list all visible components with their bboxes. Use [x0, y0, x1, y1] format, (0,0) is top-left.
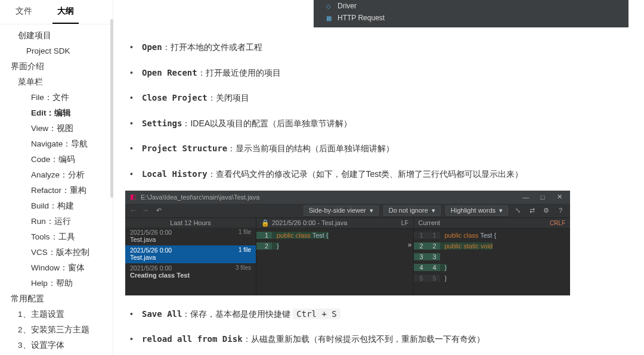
chevron-down-icon: ▾	[432, 207, 435, 214]
banner-item-http[interactable]: ▦ HTTP Request	[317, 12, 628, 24]
nav-item[interactable]: File：文件	[0, 90, 113, 105]
ide-history-screenshot: ◧ E:\Java\Idea_test\src\main\java\Test.j…	[125, 191, 570, 295]
nav-item[interactable]: 1、主题设置	[0, 307, 113, 322]
bullet-item: Local History：查看代码文件的修改记录（如下，创建了Test类、新增…	[130, 161, 631, 187]
nav-item[interactable]: Analyze：分析	[0, 167, 113, 183]
nav-item[interactable]: 3、设置字体	[0, 338, 113, 353]
bullet-item: reload all from Disk：从磁盘重新加载（有时候提示包找不到，重…	[130, 326, 631, 352]
highlight-select[interactable]: Highlight words▾	[445, 205, 508, 216]
http-icon: ▦	[324, 14, 333, 21]
diff-transfer-icon[interactable]: »	[408, 241, 412, 249]
gear-icon[interactable]: ⚙	[541, 205, 551, 215]
nav-item[interactable]: 常用配置	[0, 291, 113, 307]
bullet-item: Invalidate Caches：清理缓存（IDEA运行过久/项目开的太多，会…	[130, 352, 631, 355]
bullet-item: Open Recent：打开最近使用的项目	[130, 60, 631, 86]
left-header-label: 2021/5/26 0:00 - Test.java	[272, 219, 347, 226]
history-item[interactable]: 2021/5/26 0:00Test.java1 file	[125, 228, 256, 245]
diff-right-pane: Current CRLF 11public class Test {22 pub…	[414, 218, 571, 295]
maximize-icon[interactable]: □	[537, 194, 549, 201]
nav-item[interactable]: Navigate：导航	[0, 136, 113, 152]
history-header: Last 12 Hours	[125, 218, 256, 228]
code-line: 22 public static void	[414, 241, 571, 251]
nav-item[interactable]: 创建项目	[0, 28, 113, 43]
collapse-icon[interactable]: ⤡	[513, 205, 522, 215]
nav-item[interactable]: Code：编码	[0, 152, 113, 167]
app-icon: ◧	[130, 193, 136, 201]
right-header-label: Current	[419, 219, 441, 226]
sync-icon[interactable]: ⇄	[527, 205, 537, 215]
eol-indicator: LF	[401, 220, 408, 226]
banner-label: HTTP Request	[338, 14, 385, 22]
bullet-item: Settings：IDEA以及项目的配置（后面单独章节讲解）	[130, 111, 631, 136]
nav-item[interactable]: View：视图	[0, 121, 113, 136]
bullet-item: Close Project：关闭项目	[130, 85, 631, 111]
nav-item[interactable]: Project SDK	[0, 43, 113, 59]
help-icon[interactable]: ?	[556, 205, 565, 215]
lock-icon: 🔒	[261, 219, 270, 227]
nav-item[interactable]: Build：构建	[0, 198, 113, 214]
view-mode-select[interactable]: Side-by-side viewer▾	[304, 205, 379, 216]
nav-item[interactable]: Refactor：重构	[0, 183, 113, 198]
file-path: E:\Java\Idea_test\src\main\java\Test.jav…	[141, 194, 515, 201]
banner-label: Driver	[338, 2, 357, 10]
tab-file[interactable]: 文件	[11, 2, 37, 24]
code-line: 1public class Test {	[256, 230, 413, 241]
code-line: 2}	[256, 241, 413, 251]
nav-item[interactable]: Run：运行	[0, 214, 113, 229]
code-line: 33	[414, 251, 571, 262]
code-line: 44 }	[414, 262, 571, 273]
minimize-icon[interactable]: —	[520, 194, 532, 201]
nav-forward-icon[interactable]: →	[142, 206, 149, 214]
history-panel: Last 12 Hours 2021/5/26 0:00Test.java1 f…	[125, 218, 256, 295]
history-item[interactable]: 2021/5/26 0:00Creating class Test3 files	[125, 263, 256, 281]
nav-item[interactable]: 2、安装第三方主题	[0, 322, 113, 338]
bullet-item: Project Structure：显示当前项目的结构（后面单独详细讲解）	[130, 136, 631, 161]
close-icon[interactable]: ✕	[553, 193, 565, 201]
nav-item[interactable]: 菜单栏	[0, 74, 113, 90]
ignore-select[interactable]: Do not ignore▾	[383, 205, 441, 216]
sidebar: 文件 大纲 创建项目Project SDK界面介绍菜单栏File：文件Edit：…	[0, 0, 113, 355]
bullet-list-1: Open：打开本地的文件或者工程Open Recent：打开最近使用的项目Clo…	[130, 35, 631, 187]
history-item[interactable]: 2021/5/26 0:00Test.java1 file	[125, 245, 256, 263]
ide-toolbar: ← → ↶ Side-by-side viewer▾ Do not ignore…	[125, 204, 570, 218]
menu-banner: ◇ Driver ▦ HTTP Request	[317, 0, 628, 27]
diff-left-pane: 🔒 2021/5/26 0:00 - Test.java LF 1public …	[256, 218, 414, 295]
banner-item-driver[interactable]: ◇ Driver	[317, 0, 628, 12]
nav-item[interactable]: VCS：版本控制	[0, 245, 113, 260]
nav-back-icon[interactable]: ←	[130, 206, 137, 214]
nav-item[interactable]: Tools：工具	[0, 229, 113, 245]
nav-item[interactable]: 界面介绍	[0, 59, 113, 74]
sidebar-tabs: 文件 大纲	[0, 2, 113, 24]
bullet-list-2: Save All：保存，基本都是使用快捷键 Ctrl + Sreload all…	[130, 301, 631, 355]
nav-item[interactable]: Window：窗体	[0, 260, 113, 276]
nav-item[interactable]: Help：帮助	[0, 276, 113, 291]
revert-icon[interactable]: ↶	[154, 205, 163, 215]
code-line: 11public class Test {	[414, 230, 571, 241]
bullet-item: Save All：保存，基本都是使用快捷键 Ctrl + S	[130, 301, 631, 327]
outline-nav: 创建项目Project SDK界面介绍菜单栏File：文件Edit：编辑View…	[0, 24, 113, 355]
main-content: ◇ Driver ▦ HTTP Request Open：打开本地的文件或者工程…	[113, 0, 644, 355]
tab-outline[interactable]: 大纲	[52, 2, 79, 24]
driver-icon: ◇	[324, 2, 333, 10]
chevron-down-icon: ▾	[499, 207, 503, 214]
ide-titlebar: ◧ E:\Java\Idea_test\src\main\java\Test.j…	[125, 191, 570, 204]
chevron-down-icon: ▾	[370, 207, 373, 214]
bullet-item: Open：打开本地的文件或者工程	[130, 35, 631, 60]
code-line: 55}	[414, 273, 571, 284]
eol-indicator: CRLF	[550, 220, 565, 226]
nav-item[interactable]: Edit：编辑	[0, 105, 113, 121]
